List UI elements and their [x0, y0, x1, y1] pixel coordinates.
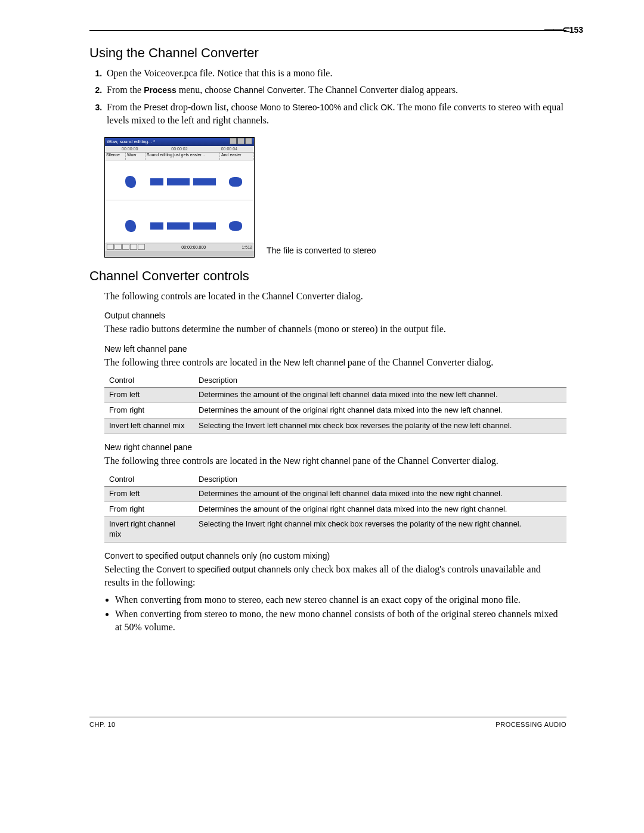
- step-2-tail: . The Channel Converter dialog appears.: [304, 85, 458, 95]
- bullet-item: When converting from stereo to mono, the…: [115, 608, 566, 633]
- ui-new-right-channel: New right channel: [283, 456, 350, 466]
- zoom-ratio: 1:512: [242, 245, 252, 249]
- steps-list: Open the Voiceover.pca file. Notice that…: [104, 67, 566, 128]
- button-ok-ref: OK: [380, 103, 392, 112]
- page-num-ornament: ——⊂: [544, 24, 569, 35]
- window-title: Wow, sound editing... *: [107, 139, 155, 144]
- prev-icon: [107, 244, 114, 250]
- play-icon: [130, 244, 137, 250]
- page-number: 153: [569, 25, 583, 35]
- marker-silence: Silence: [105, 153, 126, 160]
- nl-lead: The following three controls are located…: [104, 357, 283, 367]
- wave-blip2-icon: [229, 221, 242, 231]
- heading-channel-converter-controls: Channel Converter controls: [89, 268, 566, 284]
- table-new-right: Control Description From left Determines…: [104, 472, 566, 543]
- step-2-lead: From the: [107, 85, 144, 95]
- waveform-area: 00:00:00.000 1:512: [105, 160, 254, 251]
- table-new-left: Control Description From left Determines…: [104, 373, 566, 434]
- cell-control: From left: [104, 388, 194, 403]
- close-icon: [245, 138, 252, 144]
- dropdown-preset: Preset: [144, 103, 168, 112]
- heading-using-channel-converter: Using the Channel Converter: [89, 45, 566, 61]
- cell-control: Invert left channel mix: [104, 419, 194, 434]
- table-row: From right Determines the amount of the …: [104, 501, 566, 517]
- table-row: Invert right channel mix Selecting the I…: [104, 517, 566, 543]
- step-3-lead: From the: [107, 102, 144, 112]
- stop-icon: [122, 244, 129, 250]
- heading-new-right-pane: New right channel pane: [104, 442, 566, 452]
- time-counter: 00:00:00.000: [181, 245, 206, 249]
- cell-control: Invert right channel mix: [104, 517, 194, 543]
- wave-stretch-icon: [150, 178, 216, 185]
- step-3: From the Preset drop-down list, choose M…: [104, 101, 566, 128]
- marker-and-easier: And easier: [220, 153, 254, 160]
- step-1: Open the Voiceover.pca file. Notice that…: [104, 67, 566, 80]
- step-2: From the Process menu, choose Channel Co…: [104, 83, 566, 97]
- table-header-row: Control Description: [104, 472, 566, 487]
- top-rule: ——⊂153: [89, 30, 566, 31]
- nr-lead: The following three controls are located…: [104, 456, 283, 466]
- ui-new-left-channel: New left channel: [283, 358, 345, 367]
- heading-output-channels: Output channels: [104, 311, 566, 320]
- cell-desc: Selecting the Invert right channel mix c…: [194, 517, 566, 543]
- ui-convert-checkbox: Convert to specified output channels onl…: [156, 565, 309, 574]
- maximize-icon: [237, 138, 244, 144]
- nl-tail: pane of the Channel Converter dialog.: [345, 357, 493, 367]
- loop-icon: [138, 244, 145, 250]
- wave-stretch-icon: [150, 222, 216, 230]
- ruler-time-0: 00:00:00: [122, 147, 138, 151]
- heading-new-left-pane: New left channel pane: [104, 344, 566, 354]
- figure-row: Wow, sound editing... * 00:00:00 00:00:0…: [104, 137, 566, 258]
- cell-control: From left: [104, 486, 194, 501]
- preset-mono-to-stereo: Mono to Stereo-100%: [260, 103, 341, 112]
- screenshot-sound-editor: Wow, sound editing... * 00:00:00 00:00:0…: [104, 137, 255, 258]
- th-description: Description: [194, 472, 566, 487]
- marker-bar: Silence Wow Sound editing just gets easi…: [105, 153, 254, 160]
- marker-easier: Sound editing just gets easier...: [145, 153, 220, 160]
- next-icon: [114, 244, 122, 250]
- heading-convert-only: Convert to specified output channels onl…: [104, 551, 566, 561]
- th-control: Control: [104, 373, 194, 388]
- ruler-time-1: 00:00:02: [171, 147, 187, 151]
- wave-blip2-icon: [229, 177, 242, 187]
- cell-desc: Determines the amount of the original le…: [194, 486, 566, 501]
- convert-bullet-list: When converting from mono to stereo, eac…: [115, 593, 566, 633]
- cell-desc: Determines the amount of the original ri…: [194, 501, 566, 517]
- wave-blip-icon: [125, 220, 136, 232]
- convert-only-desc: Selecting the Convert to specified outpu…: [104, 563, 566, 589]
- table-row: From left Determines the amount of the o…: [104, 388, 566, 403]
- co-lead: Selecting the: [104, 564, 156, 574]
- new-right-intro: The following three controls are located…: [104, 454, 566, 467]
- time-ruler: 00:00:00 00:00:02 00:00:04: [105, 146, 254, 153]
- nr-tail: pane of the Channel Converter dialog.: [350, 456, 498, 466]
- cell-control: From right: [104, 501, 194, 517]
- table-header-row: Control Description: [104, 373, 566, 388]
- menu-process: Process: [144, 85, 176, 95]
- th-description: Description: [194, 373, 566, 388]
- status-bar: 00:00:00.000 1:512: [105, 243, 254, 251]
- table-row: From right Determines the amount of the …: [104, 403, 566, 419]
- marker-wow: Wow: [126, 153, 145, 160]
- cell-desc: Determines the amount of the original ri…: [194, 403, 566, 419]
- step-3-mid2: and click: [341, 102, 380, 112]
- cell-control: From right: [104, 403, 194, 419]
- step-2-mid: menu, choose: [177, 85, 234, 95]
- wave-blip-icon: [125, 176, 136, 188]
- cell-desc: Selecting the Invert left channel mix ch…: [194, 419, 566, 434]
- ruler-time-2: 00:00:04: [221, 147, 237, 151]
- table-row: Invert left channel mix Selecting the In…: [104, 419, 566, 434]
- page-number-box: ——⊂153: [544, 24, 583, 35]
- new-left-intro: The following three controls are located…: [104, 356, 566, 369]
- cmd-channel-converter: Channel Converter: [234, 85, 304, 95]
- transport-icons: [107, 244, 145, 250]
- step-3-mid: drop-down list, choose: [168, 102, 260, 112]
- waveform-left-channel: [105, 164, 254, 200]
- footer-chapter: CHP. 10: [89, 721, 116, 728]
- table-row: From left Determines the amount of the o…: [104, 486, 566, 501]
- window-titlebar: Wow, sound editing... *: [105, 138, 254, 146]
- waveform-right-channel: [105, 208, 254, 244]
- bullet-item: When converting from mono to stereo, eac…: [115, 593, 566, 606]
- th-control: Control: [104, 472, 194, 487]
- figure-caption: The file is converted to stereo: [267, 246, 376, 258]
- cell-desc: Determines the amount of the original le…: [194, 388, 566, 403]
